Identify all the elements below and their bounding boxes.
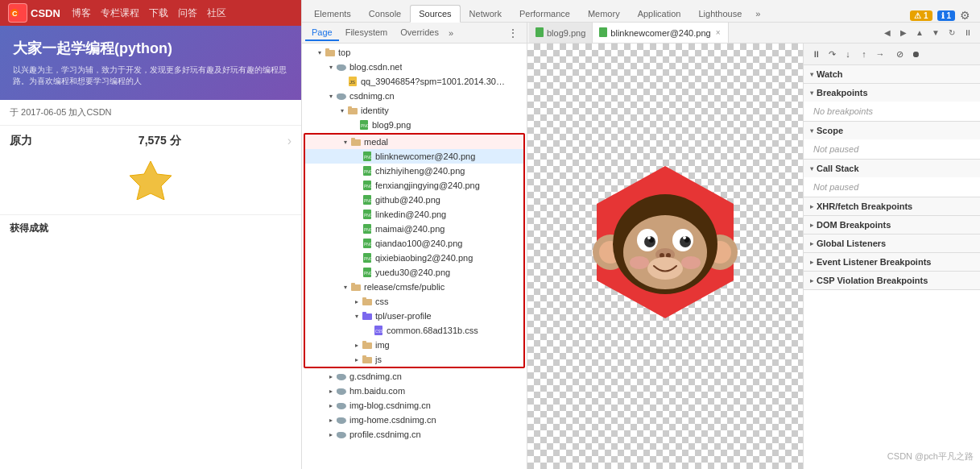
svg-text:PNG: PNG [364, 242, 371, 247]
svg-point-84 [647, 257, 683, 280]
tree-item-tpl[interactable]: tpl/user-profile [305, 309, 523, 323]
xhr-header[interactable]: XHR/fetch Breakpoints [804, 197, 980, 215]
svg-rect-64 [535, 27, 544, 37]
tab-lighthouse[interactable]: Lighthouse [689, 5, 751, 22]
label-linkedin: linkedin@240.png [375, 210, 446, 219]
tree-item-img-home[interactable]: img-home.csdnimg.cn [302, 413, 527, 427]
tab-console[interactable]: Console [360, 5, 410, 22]
nav-download[interactable]: 下载 [149, 6, 168, 20]
label-blinknewcomer: blinknewcomer@240.png [375, 151, 475, 161]
deactivate-breakpoints-btn[interactable]: ⊘ [892, 47, 907, 61]
step-out-btn[interactable]: ↑ [857, 47, 871, 61]
tree-item-medal[interactable]: medal [305, 135, 523, 149]
tree-item-g-csdnimg[interactable]: g.csdnimg.cn [302, 369, 527, 384]
tree-item-fenxiangjingying[interactable]: PNG fenxiangjingying@240.png [305, 178, 523, 193]
file-tab-label-blinknewcomer: blinknewcomer@240.png [610, 28, 710, 38]
pause-on-exception-btn[interactable]: ⏺ [908, 47, 923, 61]
tab-performance[interactable]: Performance [511, 5, 579, 22]
tab-elements[interactable]: Elements [305, 5, 360, 22]
label-profile-csdnimg: profile.csdnimg.cn [349, 430, 421, 439]
global-header[interactable]: Global Listeners [804, 234, 980, 252]
arrow-identity [337, 106, 347, 115]
tree-item-js[interactable]: js [305, 352, 523, 367]
tab-memory[interactable]: Memory [579, 5, 629, 22]
tab-nav-prev[interactable]: ◀ [880, 26, 895, 40]
tab-nav-pause[interactable]: ⏸ [961, 26, 975, 40]
tab-nav-up[interactable]: ▲ [912, 26, 927, 40]
arrow-release [341, 282, 350, 292]
tree-item-qiandao100[interactable]: PNG qiandao100@240.png [305, 236, 523, 251]
debugger-section-global: Global Listeners [804, 234, 980, 253]
tree-item-common-css[interactable]: CSS common.68ad131b.css [305, 323, 523, 338]
svg-rect-41 [362, 313, 372, 320]
file-tab-blinknewcomer[interactable]: blinknewcomer@240.png × [593, 23, 729, 43]
tree-item-img[interactable]: img [305, 338, 523, 352]
tab-nav-down[interactable]: ▼ [928, 26, 943, 40]
breakpoints-header[interactable]: Breakpoints [804, 84, 980, 102]
tab-nav-next[interactable]: ▶ [896, 26, 911, 40]
tree-item-blog9[interactable]: PNG blog9.png [302, 118, 527, 132]
svg-text:PNG: PNG [361, 123, 368, 128]
tree-item-csdnimg[interactable]: csdnimg.cn [302, 89, 527, 103]
tree-item-profile-csdnimg[interactable]: profile.csdnimg.cn [302, 427, 527, 442]
css-icon-common: CSS [373, 325, 384, 336]
svg-text:PNG: PNG [364, 198, 371, 203]
scope-body: Not paused [804, 139, 980, 159]
tab-sources[interactable]: Sources [410, 5, 460, 23]
scope-header[interactable]: Scope [804, 122, 980, 139]
devtools: Elements Console Sources Network Perform… [302, 0, 980, 469]
dom-header[interactable]: DOM Breakpoints [804, 216, 980, 234]
csdn-logo[interactable]: C CSDN [8, 3, 60, 23]
tab-network[interactable]: Network [461, 5, 511, 22]
step-over-btn[interactable]: ↷ [825, 47, 839, 61]
folder-icon-img [362, 339, 373, 351]
sources-tab-overrides[interactable]: Overrides [394, 25, 445, 41]
cloud-icon-profile-csdnimg [336, 429, 347, 440]
nav-blog[interactable]: 博客 [72, 6, 91, 20]
tree-item-blog-csdn[interactable]: blog.csdn.net [302, 60, 527, 74]
file-tab-close-blinknewcomer[interactable]: × [714, 28, 722, 37]
nav-courses[interactable]: 专栏课程 [101, 6, 139, 20]
tree-item-qq[interactable]: JS qq_39046854?spm=1001.2014.3001.5343 [302, 74, 527, 89]
tree-item-top[interactable]: top [302, 45, 527, 60]
settings-icon[interactable]: ⚙ [960, 9, 970, 22]
callstack-header[interactable]: Call Stack [804, 160, 980, 177]
pause-resume-btn[interactable]: ⏸ [808, 47, 823, 61]
nav-community[interactable]: 社区 [207, 6, 226, 20]
svg-text:PNG: PNG [364, 213, 371, 218]
sources-kebab-menu[interactable]: ⋮ [502, 24, 523, 42]
power-arrow[interactable]: › [287, 134, 292, 148]
tree-item-release[interactable]: release/cmsfe/public [305, 280, 523, 294]
tree-item-yuedu30[interactable]: PNG yuedu30@240.png [305, 265, 523, 280]
label-g-csdnimg: g.csdnimg.cn [349, 371, 402, 381]
devtools-more-tabs[interactable]: » [751, 6, 765, 22]
tree-item-identity[interactable]: identity [302, 103, 527, 118]
tree-item-qixiebiaobing2[interactable]: PNG qixiebiaobing2@240.png [305, 251, 523, 265]
csp-header[interactable]: CSP Violation Breakpoints [804, 272, 980, 289]
tree-item-img-blog[interactable]: img-blog.csdnimg.cn [302, 398, 527, 413]
label-qiandao100: qiandao100@240.png [375, 239, 462, 248]
blog-desc: 以兴趣为主，学习为辅，致力于开发，发现更多好玩有趣及好玩有趣的编程思路。为喜欢编… [13, 64, 288, 87]
tab-application[interactable]: Application [629, 5, 690, 22]
file-tab-blog9[interactable]: blog9.png [529, 23, 593, 43]
tree-item-linkedin[interactable]: PNG linkedin@240.png [305, 207, 523, 222]
watch-header[interactable]: Watch [804, 65, 980, 83]
nav-qa[interactable]: 问答 [178, 6, 197, 20]
tree-item-chizhiyiheng[interactable]: PNG chizhiyiheng@240.png [305, 164, 523, 178]
event-header[interactable]: Event Listener Breakpoints [804, 253, 980, 271]
global-label: Global Listeners [817, 239, 886, 248]
csdn-nav: 博客 专栏课程 下载 问答 社区 [72, 6, 226, 20]
tree-item-github[interactable]: PNG github@240.png [305, 193, 523, 207]
step-btn[interactable]: → [873, 47, 887, 61]
tree-item-blinknewcomer[interactable]: PNG blinknewcomer@240.png [305, 149, 523, 164]
tree-item-maimai[interactable]: PNG maimai@240.png [305, 222, 523, 236]
sources-tab-filesystem[interactable]: Filesystem [339, 25, 395, 41]
sources-tab-page[interactable]: Page [305, 25, 339, 41]
step-into-btn[interactable]: ↓ [841, 47, 855, 61]
file-tab-label-blog9: blog9.png [547, 28, 585, 38]
sources-more-tabs[interactable]: » [445, 26, 457, 40]
tab-nav-refresh[interactable]: ↻ [945, 26, 959, 40]
tree-item-css[interactable]: css [305, 294, 523, 309]
tree-item-hm-baidu[interactable]: hm.baidu.com [302, 384, 527, 398]
js-icon-qq: JS [347, 76, 358, 87]
